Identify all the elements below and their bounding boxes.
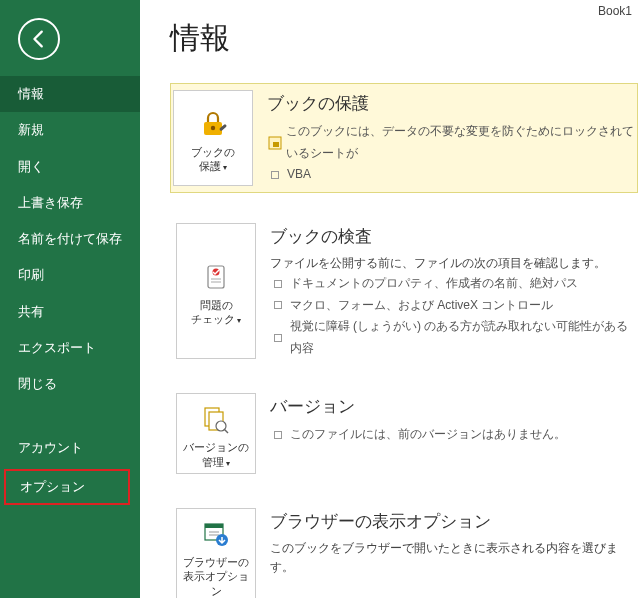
check-issues-button[interactable]: 問題のチェック▾	[176, 223, 256, 360]
versions-bullet-row: このファイルには、前のバージョンはありません。	[270, 424, 638, 446]
protect-workbook-button[interactable]: ブックの保護▾	[173, 90, 253, 186]
page-title: 情報	[170, 18, 638, 59]
inspect-icon	[201, 260, 231, 294]
backstage-sidebar: 情報 新規 開く 上書き保存 名前を付けて保存 印刷 共有 エクスポート 閉じる…	[0, 0, 140, 598]
tile-label: ブックの保護▾	[191, 145, 235, 174]
section-body: バージョン このファイルには、前のバージョンはありません。	[270, 393, 638, 474]
section-heading: ブックの保護	[267, 92, 637, 115]
section-inspect: 問題のチェック▾ ブックの検査 ファイルを公開する前に、ファイルの次の項目を確認…	[170, 223, 638, 360]
versions-icon	[201, 402, 231, 436]
bullet-text: このファイルには、前のバージョンはありません。	[290, 424, 566, 446]
nav-save-as[interactable]: 名前を付けて保存	[0, 221, 140, 257]
manage-versions-button[interactable]: バージョンの管理▾	[176, 393, 256, 474]
nav-close[interactable]: 閉じる	[0, 366, 140, 402]
nav-label: 閉じる	[18, 377, 57, 391]
tile-label: 問題のチェック▾	[191, 298, 241, 327]
nav-info[interactable]: 情報	[0, 76, 140, 112]
nav-print[interactable]: 印刷	[0, 257, 140, 293]
section-heading: ブラウザーの表示オプション	[270, 510, 638, 533]
nav-label: オプション	[20, 480, 85, 494]
workbook-name: Book1	[598, 4, 632, 18]
bullet-icon	[271, 171, 279, 179]
inspect-bullet-row: マクロ、フォーム、および ActiveX コントロール	[270, 295, 638, 317]
bullet-icon	[274, 280, 282, 288]
chevron-down-icon: ▾	[223, 163, 227, 172]
svg-rect-11	[205, 524, 223, 528]
section-body: ブックの検査 ファイルを公開する前に、ファイルの次の項目を確認します。 ドキュメ…	[270, 223, 638, 360]
section-body: ブックの保護 このブックには、データの不要な変更を防ぐためにロックされているシー…	[267, 90, 637, 186]
nav-label: 新規	[18, 123, 44, 137]
nav-options[interactable]: オプション	[4, 469, 130, 505]
sub-text: VBA	[287, 164, 311, 186]
protect-sub-row: VBA	[267, 164, 637, 186]
nav-label: 開く	[18, 160, 44, 174]
svg-rect-4	[273, 142, 279, 147]
main-content: Book1 情報 ブックの保護▾ ブックの保護 このブックには、データの不要な変…	[140, 0, 638, 598]
nav-label: 共有	[18, 305, 44, 319]
section-heading: ブックの検査	[270, 225, 638, 248]
sub-text: このブックには、データの不要な変更を防ぐためにロックされているシートが	[286, 121, 637, 164]
section-body: ブラウザーの表示オプション このブックをブラウザーで開いたときに表示される内容を…	[270, 508, 638, 598]
nav-spacer	[0, 402, 140, 430]
nav-export[interactable]: エクスポート	[0, 330, 140, 366]
arrow-left-icon	[28, 28, 50, 50]
chevron-down-icon: ▾	[237, 316, 241, 325]
bullet-text: ドキュメントのプロパティ、作成者の名前、絶対パス	[290, 273, 578, 295]
nav-label: 上書き保存	[18, 196, 83, 210]
sheet-lock-icon	[267, 136, 282, 150]
section-protect: ブックの保護▾ ブックの保護 このブックには、データの不要な変更を防ぐためにロッ…	[170, 83, 638, 193]
protect-sub-row: このブックには、データの不要な変更を防ぐためにロックされているシートが	[267, 121, 637, 164]
nav-account[interactable]: アカウント	[0, 430, 140, 466]
bullet-icon	[274, 334, 282, 342]
nav-label: 名前を付けて保存	[18, 232, 122, 246]
nav-share[interactable]: 共有	[0, 294, 140, 330]
section-heading: バージョン	[270, 395, 638, 418]
svg-point-1	[211, 125, 215, 129]
nav-label: アカウント	[18, 441, 83, 455]
bullet-text: マクロ、フォーム、および ActiveX コントロール	[290, 295, 553, 317]
chevron-down-icon: ▾	[226, 459, 230, 468]
section-browser: ブラウザーの表示オプション ブラウザーの表示オプション このブックをブラウザーで…	[170, 508, 638, 598]
tile-label: ブラウザーの表示オプション	[181, 555, 251, 598]
bullet-icon	[274, 301, 282, 309]
nav-new[interactable]: 新規	[0, 112, 140, 148]
section-text: このブックをブラウザーで開いたときに表示される内容を選びます。	[270, 539, 638, 577]
nav-label: 情報	[18, 87, 44, 101]
inspect-bullet-row: 視覚に障碍 (しょうがい) のある方が読み取れない可能性がある内容	[270, 316, 638, 359]
inspect-bullet-row: ドキュメントのプロパティ、作成者の名前、絶対パス	[270, 273, 638, 295]
section-versions: バージョンの管理▾ バージョン このファイルには、前のバージョンはありません。	[170, 393, 638, 474]
nav-label: エクスポート	[18, 341, 96, 355]
browser-view-icon	[201, 517, 231, 551]
nav-save[interactable]: 上書き保存	[0, 185, 140, 221]
bullet-icon	[274, 431, 282, 439]
back-button[interactable]	[18, 18, 60, 60]
nav-label: 印刷	[18, 268, 44, 282]
tile-label: バージョンの管理▾	[183, 440, 249, 469]
section-intro: ファイルを公開する前に、ファイルの次の項目を確認します。	[270, 254, 638, 273]
lock-icon	[198, 107, 228, 141]
nav-open[interactable]: 開く	[0, 149, 140, 185]
browser-view-options-button[interactable]: ブラウザーの表示オプション	[176, 508, 256, 598]
bullet-text: 視覚に障碍 (しょうがい) のある方が読み取れない可能性がある内容	[290, 316, 638, 359]
